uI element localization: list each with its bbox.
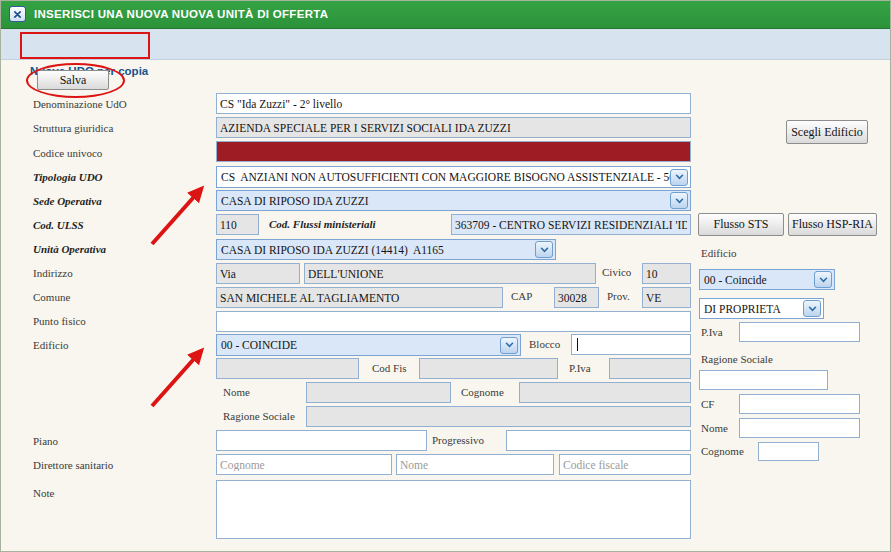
cod-flussi-ministeriali-input[interactable] bbox=[451, 214, 691, 235]
annotation-ellipse-save bbox=[26, 63, 125, 98]
chevron-down-icon[interactable] bbox=[670, 192, 688, 209]
edificio-ragione-sociale-input[interactable] bbox=[306, 406, 691, 427]
annotation-rect-tab bbox=[20, 32, 150, 59]
unita-operativa-value: CASA DI RIPOSO IDA ZUZZI (14414) A1165 bbox=[217, 244, 535, 256]
label-civico: Civico bbox=[602, 266, 631, 278]
chevron-down-icon[interactable] bbox=[670, 169, 688, 186]
label-right-p-iva: P.Iva bbox=[701, 326, 723, 338]
chevron-down-icon[interactable] bbox=[814, 271, 832, 288]
sede-operativa-select[interactable]: CASA DI RIPOSO IDA ZUZZI bbox=[216, 190, 691, 211]
label-blocco: Blocco bbox=[529, 338, 560, 350]
label-ragione-sociale: Ragione Sociale bbox=[223, 410, 295, 422]
label-right-nome: Nome bbox=[701, 422, 728, 434]
label-punto-fisico: Punto fisico bbox=[33, 315, 86, 327]
direttore-cognome-input[interactable] bbox=[216, 454, 392, 475]
denominazione-udo-input[interactable] bbox=[216, 93, 691, 114]
direttore-codice-fiscale-input[interactable] bbox=[559, 454, 691, 475]
label-p-iva: P.Iva bbox=[569, 362, 591, 374]
tipologia-udo-select[interactable]: CS ANZIANI NON AUTOSUFFICIENTI CON MAGGI… bbox=[216, 166, 691, 188]
label-right-cf: CF bbox=[701, 398, 714, 410]
label-direttore-sanitario: Direttore sanitario bbox=[33, 459, 113, 471]
label-denominazione-udo: Denominazione UdO bbox=[33, 98, 127, 110]
unita-operativa-select[interactable]: CASA DI RIPOSO IDA ZUZZI (14414) A1165 bbox=[216, 239, 556, 260]
edificio-coincide-select[interactable]: 00 - Coincide bbox=[699, 269, 835, 290]
scegli-edificio-button[interactable]: Scegli Edificio bbox=[786, 120, 868, 144]
codice-univoco-input[interactable] bbox=[216, 141, 691, 162]
tipologia-udo-value: CS ANZIANI NON AUTOSUFFICIENTI CON MAGGI… bbox=[217, 171, 670, 183]
edificio-nome-input[interactable] bbox=[306, 382, 451, 403]
right-nome-input[interactable] bbox=[739, 418, 860, 438]
label-note: Note bbox=[33, 487, 54, 499]
label-unita-operativa: Unità Operativa bbox=[33, 243, 106, 255]
sede-operativa-value: CASA DI RIPOSO IDA ZUZZI bbox=[217, 195, 670, 207]
comune-input[interactable] bbox=[216, 287, 503, 308]
edificio-cognome-input[interactable] bbox=[519, 382, 691, 403]
civico-input[interactable] bbox=[642, 263, 691, 284]
label-prov: Prov. bbox=[607, 290, 630, 302]
label-cod-ulss: Cod. ULSS bbox=[33, 219, 84, 231]
right-cf-input[interactable] bbox=[739, 394, 860, 414]
label-comune: Comune bbox=[33, 291, 70, 303]
label-struttura-giuridica: Struttura giuridica bbox=[33, 122, 113, 134]
note-textarea[interactable] bbox=[216, 480, 691, 539]
edificio-coincide-value: 00 - Coincide bbox=[700, 274, 814, 286]
proprieta-select[interactable]: DI PROPRIETA bbox=[699, 298, 824, 319]
right-ragione-sociale-input[interactable] bbox=[699, 370, 828, 390]
flusso-sts-button[interactable]: Flusso STS bbox=[698, 213, 784, 236]
annotation-arrow-edificio bbox=[152, 351, 201, 406]
label-edificio: Edificio bbox=[33, 339, 68, 351]
label-progressivo: Progressivo bbox=[432, 434, 484, 446]
close-icon[interactable] bbox=[9, 6, 26, 22]
edificio-select-value: 00 - COINCIDE bbox=[217, 339, 500, 351]
proprieta-value: DI PROPRIETA bbox=[700, 303, 803, 315]
label-cod-flussi-ministeriali: Cod. Flussi ministeriali bbox=[269, 218, 376, 230]
struttura-giuridica-input[interactable] bbox=[216, 117, 691, 138]
right-cognome-input[interactable] bbox=[758, 442, 819, 461]
label-right-ragione-sociale: Ragione Sociale bbox=[701, 353, 773, 365]
window: INSERISCI UNA NUOVA NUOVA UNITÀ DI OFFER… bbox=[0, 0, 891, 552]
label-tipologia-udo: Tipologia UDO bbox=[33, 171, 103, 183]
punto-fisico-input[interactable] bbox=[216, 311, 691, 332]
label-right-cognome: Cognome bbox=[701, 445, 744, 457]
cod-ulss-input[interactable] bbox=[216, 214, 259, 235]
label-piano: Piano bbox=[33, 435, 58, 447]
prov-input[interactable] bbox=[642, 287, 691, 308]
edificio-cod-fis-input[interactable] bbox=[419, 358, 558, 379]
title-bar: INSERISCI UNA NUOVA NUOVA UNITÀ DI OFFER… bbox=[1, 1, 890, 29]
page-title: INSERISCI UNA NUOVA NUOVA UNITÀ DI OFFER… bbox=[34, 8, 328, 20]
cap-input[interactable] bbox=[554, 287, 599, 308]
text-caret bbox=[577, 338, 578, 351]
label-cod-fis: Cod Fis bbox=[372, 362, 407, 374]
piano-input[interactable] bbox=[216, 430, 427, 451]
via-tipo-input[interactable] bbox=[216, 263, 300, 284]
right-p-iva-input[interactable] bbox=[739, 322, 860, 342]
chevron-down-icon[interactable] bbox=[535, 241, 553, 258]
label-indirizzo: Indirizzo bbox=[33, 267, 73, 279]
label-cap: CAP bbox=[511, 290, 532, 302]
blocco-input[interactable] bbox=[571, 334, 691, 355]
progressivo-input[interactable] bbox=[506, 430, 691, 451]
chevron-down-icon[interactable] bbox=[803, 300, 821, 317]
label-codice-univoco: Codice univoco bbox=[33, 147, 102, 159]
label-sede-operativa: Sede Operativa bbox=[33, 195, 102, 207]
label-cognome: Cognome bbox=[461, 386, 504, 398]
chevron-down-icon[interactable] bbox=[500, 337, 518, 354]
flusso-hsp-ria-button[interactable]: Flusso HSP-RIA bbox=[788, 213, 877, 236]
direttore-nome-input[interactable] bbox=[396, 454, 554, 475]
annotation-arrow-tipologia bbox=[152, 189, 201, 244]
edificio-codice-input[interactable] bbox=[216, 358, 359, 379]
edificio-select[interactable]: 00 - COINCIDE bbox=[216, 334, 521, 356]
label-nome: Nome bbox=[223, 386, 250, 398]
edificio-p-iva-input[interactable] bbox=[609, 358, 691, 379]
right-panel-edificio-title: Edificio bbox=[701, 247, 736, 259]
via-nome-input[interactable] bbox=[304, 263, 596, 284]
